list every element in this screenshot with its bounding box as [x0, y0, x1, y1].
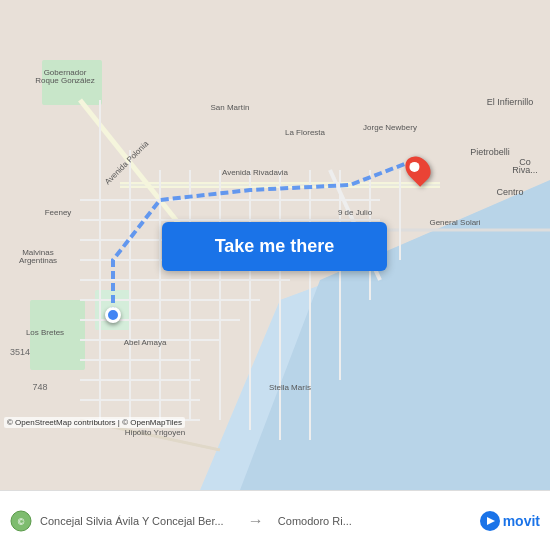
svg-text:La Floresta: La Floresta	[285, 128, 326, 137]
movit-icon	[480, 511, 500, 531]
svg-text:Argentinas: Argentinas	[19, 256, 57, 265]
svg-text:Centro: Centro	[496, 187, 523, 197]
svg-text:Abel Amaya: Abel Amaya	[124, 338, 167, 347]
svg-text:3514: 3514	[10, 347, 30, 357]
svg-text:9 de Julio: 9 de Julio	[338, 208, 373, 217]
svg-text:Roque González: Roque González	[35, 76, 95, 85]
svg-text:San Martín: San Martín	[210, 103, 249, 112]
osm-attribution: © OpenStreetMap contributors | © OpenMap…	[4, 417, 185, 428]
map-container: Gobernador Roque González San Martín La …	[0, 0, 550, 490]
svg-text:Hipólito Yrigoyen: Hipólito Yrigoyen	[125, 428, 185, 437]
svg-text:Pietrobelli: Pietrobelli	[470, 147, 510, 157]
destination-label: Comodoro Ri...	[278, 515, 472, 527]
svg-text:Feeney: Feeney	[45, 208, 72, 217]
svg-text:Avenida Rivadavia: Avenida Rivadavia	[222, 168, 289, 177]
movit-label: movit	[503, 513, 540, 529]
svg-text:Stella Marís: Stella Marís	[269, 383, 311, 392]
origin-marker	[105, 307, 121, 323]
svg-text:General Solari: General Solari	[429, 218, 480, 227]
osm-logo: ©	[10, 510, 32, 532]
origin-label: Concejal Silvia Ávila Y Concejal Ber...	[40, 515, 234, 527]
take-me-there-button[interactable]: Take me there	[162, 222, 387, 271]
svg-text:Riva...: Riva...	[512, 165, 538, 175]
svg-text:Los Bretes: Los Bretes	[26, 328, 64, 337]
bottom-bar: © Concejal Silvia Ávila Y Concejal Ber..…	[0, 490, 550, 550]
movit-logo: movit	[480, 511, 540, 531]
svg-text:El Infiernillo: El Infiernillo	[487, 97, 534, 107]
svg-text:748: 748	[32, 382, 47, 392]
arrow-icon: →	[242, 512, 270, 530]
svg-text:©: ©	[18, 517, 25, 527]
svg-text:Jorge Newbery: Jorge Newbery	[363, 123, 417, 132]
